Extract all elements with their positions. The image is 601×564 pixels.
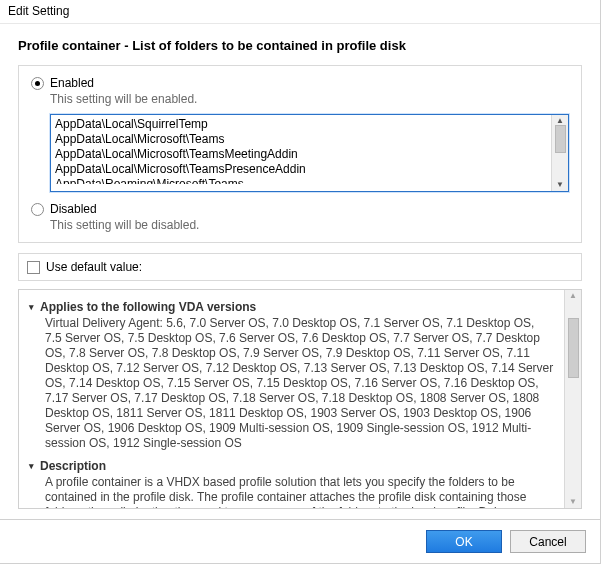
use-default-row[interactable]: Use default value: (18, 253, 582, 281)
vda-title: Applies to the following VDA versions (40, 300, 256, 314)
option-enabled-desc: This setting will be enabled. (50, 92, 569, 106)
dialog-footer: OK Cancel (0, 519, 600, 563)
folder-listbox[interactable]: AppData\Local\SquirrelTemp AppData\Local… (50, 114, 569, 192)
list-item[interactable]: AppData\Roaming\Microsoft\Teams (55, 177, 547, 184)
vda-body: Virtual Delivery Agent: 5.6, 7.0 Server … (45, 316, 554, 451)
option-enabled[interactable]: Enabled (31, 76, 569, 90)
option-group: Enabled This setting will be enabled. Ap… (18, 65, 582, 243)
scroll-down-icon[interactable]: ▼ (556, 181, 564, 189)
window-title: Edit Setting (0, 0, 600, 24)
scroll-thumb[interactable] (555, 125, 566, 153)
option-disabled[interactable]: Disabled (31, 202, 569, 216)
option-disabled-desc: This setting will be disabled. (50, 218, 569, 232)
use-default-checkbox[interactable] (27, 261, 40, 274)
dialog-body: Profile container - List of folders to b… (0, 24, 600, 509)
info-scrollbar[interactable]: ▲ ▼ (564, 290, 581, 508)
desc-body: A profile container is a VHDX based prof… (45, 475, 554, 508)
scroll-up-icon[interactable]: ▲ (556, 117, 564, 125)
caret-down-icon: ▾ (29, 461, 34, 471)
radio-enabled-icon[interactable] (31, 77, 44, 90)
ok-button[interactable]: OK (426, 530, 502, 553)
caret-down-icon: ▾ (29, 302, 34, 312)
folder-list-scrollbar[interactable]: ▲ ▼ (551, 115, 568, 191)
list-item[interactable]: AppData\Local\Microsoft\TeamsPresenceAdd… (55, 162, 547, 177)
desc-title: Description (40, 459, 106, 473)
desc-section-header[interactable]: ▾ Description (29, 459, 554, 473)
info-panel: ▾ Applies to the following VDA versions … (18, 289, 582, 509)
radio-disabled-icon[interactable] (31, 203, 44, 216)
scroll-down-icon[interactable]: ▼ (569, 498, 577, 506)
option-enabled-label: Enabled (50, 76, 94, 90)
scroll-up-icon[interactable]: ▲ (569, 292, 577, 300)
list-item[interactable]: AppData\Local\SquirrelTemp (55, 117, 547, 132)
cancel-button[interactable]: Cancel (510, 530, 586, 553)
folder-list-content[interactable]: AppData\Local\SquirrelTemp AppData\Local… (51, 115, 551, 191)
setting-heading: Profile container - List of folders to b… (18, 38, 582, 53)
use-default-label: Use default value: (46, 260, 142, 274)
list-item[interactable]: AppData\Local\Microsoft\Teams (55, 132, 547, 147)
scroll-thumb[interactable] (568, 318, 579, 378)
vda-section-header[interactable]: ▾ Applies to the following VDA versions (29, 300, 554, 314)
option-disabled-label: Disabled (50, 202, 97, 216)
list-item[interactable]: AppData\Local\Microsoft\TeamsMeetingAddi… (55, 147, 547, 162)
